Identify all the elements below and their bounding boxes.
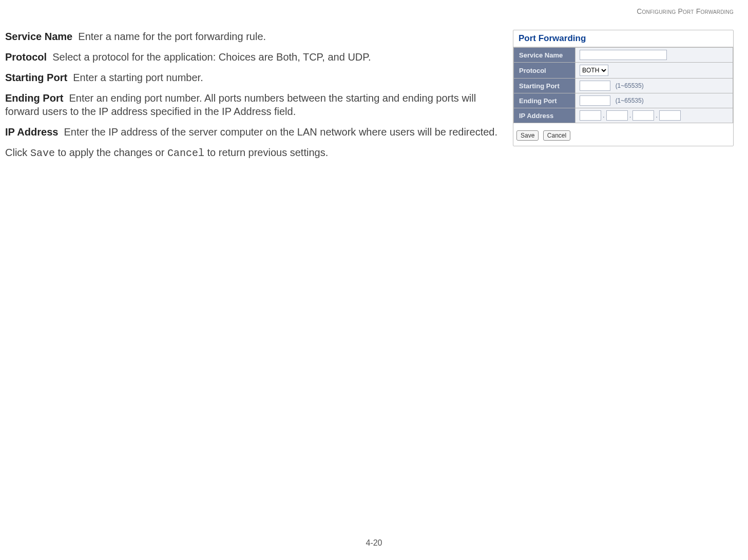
label-protocol: Protocol bbox=[514, 63, 576, 79]
protocol-select[interactable]: BOTH bbox=[580, 65, 608, 76]
def-protocol-label: Protocol bbox=[5, 51, 47, 63]
cancel-button[interactable]: Cancel bbox=[543, 130, 570, 141]
starting-port-input[interactable] bbox=[580, 81, 610, 91]
def-protocol-desc: Select a protocol for the application: C… bbox=[52, 51, 371, 63]
label-ip-address: IP Address bbox=[514, 108, 576, 123]
ip-octet-3-input[interactable] bbox=[632, 110, 654, 121]
button-row: Save Cancel bbox=[513, 123, 733, 146]
panel-title: Port Forwarding bbox=[513, 30, 733, 47]
router-ui-screenshot: Port Forwarding Service Name Protocol BO… bbox=[513, 30, 734, 146]
starting-port-hint: (1~65535) bbox=[616, 82, 644, 89]
closing-suffix: to return previous settings. bbox=[204, 147, 328, 158]
closing-cancel: Cancel bbox=[167, 147, 204, 159]
ip-octet-4-input[interactable] bbox=[659, 110, 681, 121]
def-ip-address-desc: Enter the IP address of the server compu… bbox=[64, 126, 498, 138]
closing-prefix: Click bbox=[5, 147, 30, 158]
def-ip-address-label: IP Address bbox=[5, 126, 58, 138]
def-ip-address: IP Address Enter the IP address of the s… bbox=[5, 125, 503, 139]
closing-middle: to apply the changes or bbox=[55, 147, 167, 158]
form-table: Service Name Protocol BOTH bbox=[513, 47, 733, 123]
def-start-port-desc: Enter a starting port number. bbox=[73, 72, 203, 83]
label-starting-port: Starting Port bbox=[514, 79, 576, 93]
ending-port-hint: (1~65535) bbox=[616, 97, 644, 104]
def-start-port: Starting Port Enter a starting port numb… bbox=[5, 71, 503, 84]
def-end-port-desc: Enter an ending port number. All ports n… bbox=[5, 92, 476, 117]
service-name-input[interactable] bbox=[580, 50, 667, 60]
label-service-name: Service Name bbox=[514, 48, 576, 63]
closing-save: Save bbox=[30, 147, 55, 159]
ip-dot-2: . bbox=[628, 111, 633, 119]
row-ip-address: IP Address ... bbox=[514, 108, 733, 123]
row-service-name: Service Name bbox=[514, 48, 733, 63]
def-service-name: Service Name Enter a name for the port f… bbox=[5, 30, 503, 43]
def-end-port-label: Ending Port bbox=[5, 92, 63, 104]
closing-sentence: Click Save to apply the changes or Cance… bbox=[5, 146, 503, 160]
def-end-port: Ending Port Enter an ending port number.… bbox=[5, 91, 503, 118]
page-number: 4-20 bbox=[0, 538, 748, 548]
ip-dot-3: . bbox=[654, 111, 659, 119]
section-header: Configuring Port Forwarding bbox=[637, 7, 734, 15]
def-service-name-desc: Enter a name for the port forwarding rul… bbox=[78, 31, 266, 42]
ip-dot-1: . bbox=[601, 111, 606, 119]
def-start-port-label: Starting Port bbox=[5, 72, 67, 83]
def-service-name-label: Service Name bbox=[5, 31, 72, 42]
ip-octet-1-input[interactable] bbox=[580, 110, 601, 121]
row-starting-port: Starting Port (1~65535) bbox=[514, 79, 733, 93]
ending-port-input[interactable] bbox=[580, 95, 610, 106]
row-ending-port: Ending Port (1~65535) bbox=[514, 93, 733, 108]
description-column: Service Name Enter a name for the port f… bbox=[5, 30, 503, 167]
save-button[interactable]: Save bbox=[516, 130, 539, 141]
ip-octet-2-input[interactable] bbox=[606, 110, 628, 121]
label-ending-port: Ending Port bbox=[514, 93, 576, 108]
row-protocol: Protocol BOTH bbox=[514, 63, 733, 79]
def-protocol: Protocol Select a protocol for the appli… bbox=[5, 50, 503, 64]
